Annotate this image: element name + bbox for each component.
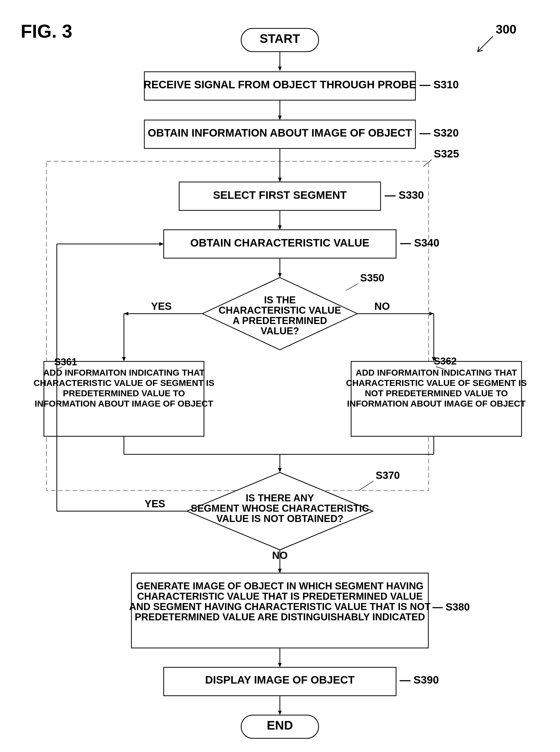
svg-line-23 [57, 367, 62, 369]
s390-shape [164, 667, 396, 696]
s370-text-3: VALUE IS NOT OBTAINED? [216, 513, 344, 524]
s340-shape [164, 230, 396, 258]
s380-label: — S380 [433, 601, 470, 613]
svg-marker-16 [124, 312, 128, 316]
svg-marker-40 [278, 711, 282, 715]
s370-text-2: SEGMENT WHOSE CHARACTERISTIC [191, 503, 369, 514]
svg-marker-34 [159, 242, 164, 246]
svg-line-1 [478, 50, 483, 52]
svg-marker-29 [278, 468, 282, 472]
s361-label: S361 [54, 357, 77, 367]
svg-line-14 [346, 283, 358, 290]
dashed-box [46, 161, 428, 490]
s380-text-3: AND SEGMENT HAVING CHARACTERISTIC VALUE … [129, 601, 431, 612]
s320-text: OBTAIN INFORMATION ABOUT IMAGE OF OBJECT [148, 127, 412, 139]
s361-text-4: INFORMATION ABOUT IMAGE OF OBJECT [35, 399, 213, 408]
s325-label: S325 [434, 148, 459, 160]
svg-marker-6 [278, 116, 282, 120]
s390-label: — S390 [400, 674, 439, 686]
s340-label: — S340 [400, 237, 439, 249]
svg-line-2 [478, 46, 479, 52]
fig-label: FIG. 3 [21, 21, 72, 42]
yes2-text: YES [145, 498, 165, 509]
s350-text-2: CHARACTERISTIC VALUE [219, 305, 341, 316]
no1-text: NO [374, 301, 390, 312]
s310-label: — S310 [420, 79, 459, 90]
svg-marker-13 [278, 273, 282, 278]
s310-shape [144, 72, 415, 100]
s380-text-4: PREDETERMINED VALUE ARE DISTINGUISHABLY … [135, 612, 425, 623]
s340-text: OBTAIN CHARACTERISTIC VALUE [190, 237, 369, 249]
s362-text-1: ADD INFORMAITON INDICATING THAT [356, 368, 517, 378]
s361-text-2: CHARACTERISTIC VALUE OF SEGMENT IS [34, 378, 214, 388]
svg-line-0 [478, 36, 493, 52]
s361-text-3: PREDETERMINED VALUE TO [63, 388, 185, 398]
s362-label: S362 [434, 356, 457, 367]
s350-text-4: VALUE? [260, 326, 299, 337]
s330-shape [179, 182, 381, 210]
end-shape [241, 715, 319, 738]
s350-label: S350 [360, 272, 384, 283]
s380-text-2: CHARACTERISTIC VALUE THAT IS PREDETERMIN… [137, 591, 423, 602]
yes1-text: YES [151, 301, 172, 312]
s320-label: — S320 [420, 127, 459, 139]
start-text: START [260, 32, 300, 45]
s362-text-4: INFORMATION ABOUT IMAGE OF OBJECT [347, 399, 526, 408]
svg-marker-38 [278, 663, 282, 667]
end-text: END [267, 718, 293, 732]
svg-line-30 [359, 481, 374, 490]
s380-text-1: GENERATE IMAGE OF OBJECT IN WHICH SEGMEN… [136, 581, 423, 591]
s380-shape [132, 573, 428, 648]
s370-shape [187, 472, 373, 550]
svg-marker-20 [429, 312, 434, 316]
s362-text-3: NOT PREDETERMINED VALUE TO [365, 388, 508, 398]
start-shape [241, 28, 319, 52]
svg-marker-9 [278, 178, 282, 182]
svg-marker-18 [122, 357, 126, 361]
s361-text-1: ADD INFORMAITON INDICATING THAT [43, 368, 204, 378]
svg-marker-4 [278, 67, 282, 71]
fig-number: 300 [496, 22, 516, 36]
svg-marker-36 [278, 569, 282, 573]
s330-label: — S330 [385, 189, 424, 201]
svg-marker-11 [278, 225, 282, 230]
s362-text-2: CHARACTERISTIC VALUE OF SEGMENT IS [346, 378, 527, 388]
s350-text-3: A PREDETERMINED [233, 315, 327, 326]
s361-shape [44, 361, 204, 436]
s330-text: SELECT FIRST SEGMENT [213, 189, 347, 201]
s350-shape [202, 278, 357, 350]
svg-marker-22 [432, 357, 436, 361]
s370-text-1: IS THERE ANY [246, 492, 314, 503]
s310-text: RECEIVE SIGNAL FROM OBJECT THROUGH PROBE [143, 79, 416, 90]
s390-text: DISPLAY IMAGE OF OBJECT [205, 674, 355, 686]
s320-shape [144, 120, 415, 148]
s362-shape [351, 361, 522, 436]
svg-line-7 [423, 160, 432, 166]
no2-text: NO [272, 550, 287, 561]
s370-label: S370 [376, 470, 400, 481]
svg-line-24 [436, 367, 444, 369]
s350-text-1: IS THE [264, 294, 296, 305]
